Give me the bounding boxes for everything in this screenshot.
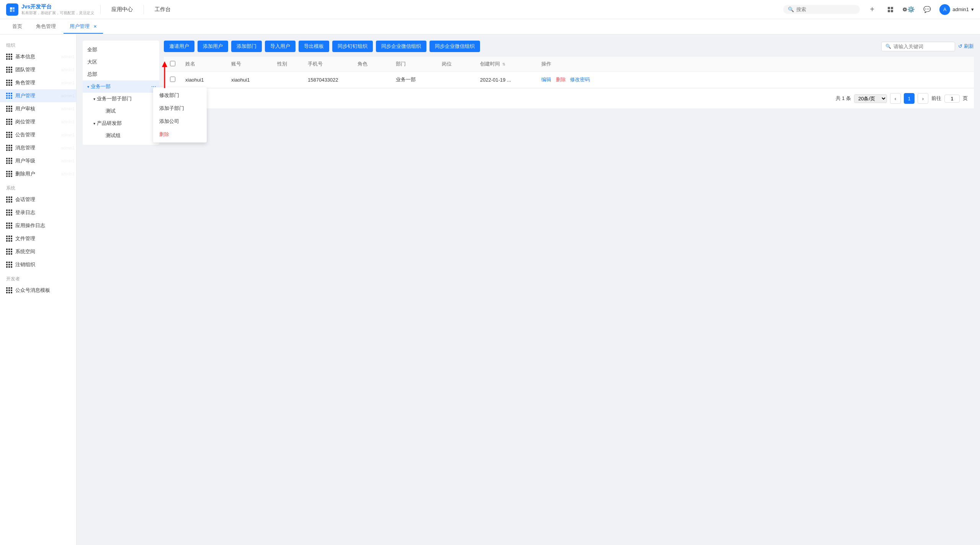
sidebar-item-login-log[interactable]: 登录日志 [0, 206, 76, 219]
row-checkbox[interactable] [170, 77, 175, 82]
cell-name: xiaohui1 [185, 77, 231, 83]
logo-area: Jvs开发平台 私有部署，基础扩展，可视配置，灵活定义 [6, 3, 94, 16]
sidebar-item-basic-info[interactable]: 基本信息 admin1 [0, 50, 76, 63]
tab-role-mgmt[interactable]: 角色管理 [30, 20, 62, 34]
sync-dingtalk-btn[interactable]: 同步钉钉组织 [332, 41, 373, 52]
search-icon: 🔍 [885, 44, 891, 49]
cell-create-time: 2022-01-19 ... [480, 77, 541, 83]
dept-item-test-group[interactable]: 测试组 [101, 129, 159, 142]
dept-label-test: 测试 [106, 108, 116, 115]
invite-user-btn[interactable]: 邀请用户 [164, 41, 194, 52]
context-menu-item-add-company[interactable]: 添加公司 [153, 115, 207, 128]
context-menu-item-delete[interactable]: 删除 [153, 128, 207, 141]
cell-phone: 15870433022 [308, 77, 358, 83]
sidebar-label-user-mgmt: 用户管理 [15, 92, 35, 99]
select-all-checkbox[interactable] [170, 61, 175, 66]
sync-corp-wechat-btn[interactable]: 同步企业微信组织 [430, 41, 480, 52]
tab-user-mgmt[interactable]: 用户管理 ✕ [64, 20, 103, 34]
sidebar-item-user-mgmt[interactable]: 用户管理 admin1 [0, 89, 76, 102]
grid-icon [6, 262, 12, 268]
sidebar-item-position-mgmt[interactable]: 岗位管理 admin1 [0, 115, 76, 128]
sidebar-item-cancel-org[interactable]: 注销组织 [0, 258, 76, 271]
nav-app-center[interactable]: 应用中心 [107, 6, 137, 13]
export-template-btn[interactable]: 导出模板 [299, 41, 329, 52]
refresh-btn[interactable]: ↺ 刷新 [958, 43, 974, 50]
avatar: A [939, 4, 950, 15]
settings-icon-btn[interactable]: ⚙️ [903, 3, 915, 16]
sidebar-item-team-mgmt[interactable]: 团队管理 admin1 [0, 63, 76, 76]
sidebar-item-user-level[interactable]: 用户等级 admin1 [0, 154, 76, 167]
cell-account: xiaohui1 [231, 77, 277, 83]
sort-icon[interactable]: ⇅ [502, 62, 505, 66]
username-label: admin1 [952, 7, 969, 12]
top-actions: + ⚙️ 💬 A admin1 ▾ [866, 3, 974, 16]
dropdown-icon: ▾ [971, 7, 974, 12]
sidebar-item-public-msg-tpl[interactable]: 公众号消息模板 [0, 284, 76, 297]
keyword-input[interactable] [893, 44, 951, 49]
context-menu-item-add-sub-dept[interactable]: 添加子部门 [153, 102, 207, 115]
user-menu[interactable]: A admin1 ▾ [939, 4, 974, 15]
global-search-input[interactable] [796, 7, 855, 12]
table-header: 姓名 账号 性别 手机号 角色 部门 岗位 创建时间 ⇅ 操作 [164, 57, 974, 72]
sidebar-label-login-log: 登录日志 [15, 209, 35, 216]
svg-rect-0 [888, 7, 890, 9]
sidebar-label-session-mgmt: 会话管理 [15, 196, 35, 203]
sidebar-item-role-mgmt[interactable]: 角色管理 admin1 [0, 76, 76, 89]
pagination: 共 1 条 20条/页 50条/页 100条/页 ‹ 1 › 前往 页 [164, 88, 974, 108]
red-arrow-indicator [161, 61, 168, 93]
sidebar-item-app-op-log[interactable]: 应用操作日志 [0, 219, 76, 232]
message-icon-btn[interactable]: 💬 [921, 3, 933, 16]
global-search-box[interactable]: 🔍 [783, 5, 860, 14]
page-size-select[interactable]: 20条/页 50条/页 100条/页 [854, 94, 887, 103]
nav-workbench[interactable]: 工作台 [150, 6, 175, 13]
dept-item-all[interactable]: 全部 [83, 44, 159, 56]
next-page-btn[interactable]: › [918, 93, 928, 104]
dept-item-region[interactable]: 大区 [83, 56, 159, 68]
data-table: 姓名 账号 性别 手机号 角色 部门 岗位 创建时间 ⇅ 操作 [164, 57, 974, 88]
dept-label-region: 大区 [87, 59, 97, 65]
toolbar-search-area: 🔍 ↺ 刷新 [881, 42, 974, 51]
expand-icon-biz1-sub: ▾ [93, 97, 95, 101]
import-user-btn[interactable]: 导入用户 [265, 41, 296, 52]
keyword-search-box[interactable]: 🔍 [881, 42, 955, 51]
grid-icon-btn[interactable] [884, 3, 897, 16]
dept-item-hq[interactable]: 总部 [83, 68, 159, 80]
delete-btn[interactable]: 删除 [556, 77, 566, 82]
add-dept-btn[interactable]: 添加部门 [231, 41, 262, 52]
sidebar-label-basic-info: 基本信息 [15, 53, 35, 60]
sidebar-item-msg-mgmt[interactable]: 消息管理 admin1 [0, 141, 76, 154]
add-user-btn[interactable]: 添加用户 [198, 41, 228, 52]
dept-item-prod[interactable]: ▾ 产品研发部 [89, 117, 159, 129]
sidebar-item-delete-user[interactable]: 删除用户 admin1 [0, 167, 76, 180]
page-1-btn[interactable]: 1 [904, 93, 915, 104]
sidebar: 组织 基本信息 admin1 团队管理 admin1 角色管理 admin1 用… [0, 34, 77, 545]
sidebar-label-public-msg-tpl: 公众号消息模板 [15, 287, 50, 294]
prev-page-btn[interactable]: ‹ [890, 93, 901, 104]
tab-close-icon[interactable]: ✕ [93, 24, 97, 29]
add-icon-btn[interactable]: + [866, 3, 878, 16]
grid-icon [6, 67, 12, 73]
search-icon: 🔍 [788, 7, 794, 12]
total-label: 共 1 条 [836, 95, 851, 102]
nav-divider [100, 5, 101, 14]
change-password-btn[interactable]: 修改密码 [570, 77, 590, 82]
grid-icon [6, 54, 12, 60]
sidebar-item-session-mgmt[interactable]: 会话管理 [0, 193, 76, 206]
tab-home[interactable]: 首页 [6, 20, 28, 34]
dept-item-biz1-sub[interactable]: ▾ 业务一部子部门 [89, 93, 159, 105]
sidebar-label-cancel-org: 注销组织 [15, 261, 35, 268]
sidebar-item-file-mgmt[interactable]: 文件管理 [0, 232, 76, 245]
sidebar-item-user-audit[interactable]: 用户审核 admin1 [0, 102, 76, 115]
goto-page-input[interactable] [944, 95, 960, 103]
cell-dept: 业务一部 [396, 76, 442, 83]
grid-icon [6, 158, 12, 164]
edit-btn[interactable]: 编辑 [541, 77, 551, 82]
dept-item-biz1[interactable]: ▾ 业务一部 ··· [83, 80, 159, 93]
sidebar-item-system-space[interactable]: 系统空间 [0, 245, 76, 258]
dept-label-biz1-sub: 业务一部子部门 [97, 95, 132, 102]
dept-item-test[interactable]: 测试 [101, 105, 159, 117]
goto-label: 前往 [931, 95, 941, 102]
sidebar-item-notice-mgmt[interactable]: 公告管理 admin1 [0, 128, 76, 141]
svg-rect-3 [891, 10, 893, 12]
sync-wechat-btn[interactable]: 同步企业微信组织 [376, 41, 426, 52]
